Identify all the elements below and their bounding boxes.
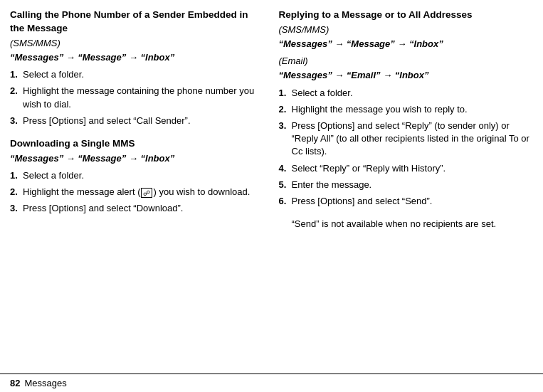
section-reply-title: Replying to a Message or to All Addresse…	[279, 9, 534, 22]
message-alert-icon: ☍	[141, 188, 152, 198]
step-number: 6.	[279, 195, 292, 208]
left-column: Calling the Phone Number of a Sender Emb…	[10, 9, 265, 374]
step-item: 2. Highlight the message you wish to rep…	[279, 103, 534, 116]
step-number: 1.	[279, 87, 292, 100]
section-calling-title: Calling the Phone Number of a Sender Emb…	[10, 9, 265, 36]
step-item: 1. Select a folder.	[10, 169, 265, 182]
step-content: Select a folder.	[23, 68, 265, 81]
section-reply-path-email: “Messages” → “Email” → “Inbox”	[279, 69, 534, 82]
section-reply-path-sms-text: “Messages” → “Message” → “Inbox”	[279, 38, 443, 49]
section-calling-path: “Messages” → “Message” → “Inbox”	[10, 51, 265, 64]
section-reply-path-email-text: “Messages” → “Email” → “Inbox”	[279, 70, 429, 80]
section-reply-subtitle-sms: (SMS/MMS)	[279, 23, 534, 36]
footer-label: Messages	[24, 378, 66, 388]
section-download-path-text: “Messages” → “Message” → “Inbox”	[10, 153, 174, 164]
step-content: Select a folder.	[292, 87, 534, 100]
step-item: 3. Press [Options] and select “Call Send…	[10, 115, 265, 127]
step-item: 6. Press [Options] and select “Send”.	[279, 195, 534, 208]
section-download: Downloading a Single MMS “Messages” → “M…	[10, 137, 265, 216]
step-number: 4.	[279, 162, 292, 175]
section-reply: Replying to a Message or to All Addresse…	[279, 9, 534, 231]
right-column: Replying to a Message or to All Addresse…	[279, 9, 534, 374]
step-item: 2. Highlight the message alert (☍) you w…	[10, 186, 265, 198]
section-calling-path-text: “Messages” → “Message” → “Inbox”	[10, 52, 174, 63]
step-number: 1.	[10, 169, 23, 182]
section-calling-subtitle: (SMS/MMS)	[10, 37, 265, 50]
step-item: 1. Select a folder.	[10, 68, 265, 81]
section-calling-steps: 1. Select a folder. 2. Highlight the mes…	[10, 68, 265, 127]
section-reply-note: “Send” is not available when no recipien…	[292, 218, 534, 231]
section-reply-steps: 1. Select a folder. 2. Highlight the mes…	[279, 87, 534, 208]
step-number: 3.	[10, 202, 23, 215]
step-number: 5.	[279, 179, 292, 191]
section-download-steps: 1. Select a folder. 2. Highlight the mes…	[10, 169, 265, 216]
footer-page-number: 82	[10, 378, 20, 388]
step-content: Highlight the message containing the pho…	[23, 85, 265, 110]
step-content: Highlight the message alert (☍) you wish…	[23, 186, 265, 198]
step-number: 3.	[279, 120, 292, 159]
step-item: 1. Select a folder.	[279, 87, 534, 100]
step-number: 2.	[10, 85, 23, 110]
section-download-path: “Messages” → “Message” → “Inbox”	[10, 152, 265, 165]
page-container: Calling the Phone Number of a Sender Emb…	[0, 0, 543, 392]
step-content: Press [Options] and select “Reply” (to s…	[292, 120, 534, 159]
page-footer: 82 Messages	[0, 374, 543, 392]
step-item: 3. Press [Options] and select “Download”…	[10, 202, 265, 215]
step-item: 4. Select “Reply” or “Reply with History…	[279, 162, 534, 175]
step-item: 5. Enter the message.	[279, 179, 534, 191]
step-content: Press [Options] and select “Send”.	[292, 195, 534, 208]
step-number: 2.	[10, 186, 23, 198]
section-reply-path-sms: “Messages” → “Message” → “Inbox”	[279, 38, 534, 51]
step-number: 3.	[10, 115, 23, 127]
step-item: 2. Highlight the message containing the …	[10, 85, 265, 110]
step-content: Select a folder.	[23, 169, 265, 182]
step-content: Enter the message.	[292, 179, 534, 191]
content-area: Calling the Phone Number of a Sender Emb…	[0, 0, 543, 374]
section-reply-subtitle-email: (Email)	[279, 55, 534, 68]
step-number: 2.	[279, 103, 292, 116]
step-content: Press [Options] and select “Download”.	[23, 202, 265, 215]
step-content: Highlight the message you wish to reply …	[292, 103, 534, 116]
step-content: Select “Reply” or “Reply with History”.	[292, 162, 534, 175]
step-number: 1.	[10, 68, 23, 81]
section-download-title: Downloading a Single MMS	[10, 137, 265, 151]
section-calling: Calling the Phone Number of a Sender Emb…	[10, 9, 265, 127]
step-content: Press [Options] and select “Call Sender”…	[23, 115, 265, 127]
step-item: 3. Press [Options] and select “Reply” (t…	[279, 120, 534, 159]
